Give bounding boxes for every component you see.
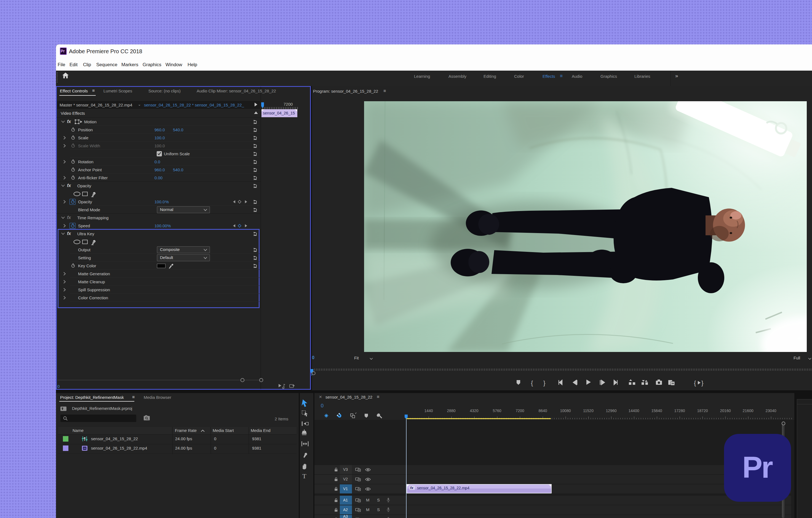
svg-text:4320: 4320 <box>470 408 478 413</box>
svg-text:12960: 12960 <box>606 408 617 413</box>
svg-text:7200: 7200 <box>516 408 524 413</box>
svg-text:20160: 20160 <box>720 408 731 413</box>
svg-text:1440: 1440 <box>424 408 433 413</box>
svg-text:11520: 11520 <box>583 408 593 413</box>
svg-text:2880: 2880 <box>447 408 455 413</box>
svg-text:10080: 10080 <box>560 408 571 413</box>
svg-text:23040: 23040 <box>766 408 776 413</box>
svg-text:14400: 14400 <box>629 408 639 413</box>
svg-text:18720: 18720 <box>697 408 708 413</box>
svg-text:5760: 5760 <box>493 408 501 413</box>
svg-text:17280: 17280 <box>674 408 685 413</box>
svg-text:21600: 21600 <box>743 408 754 413</box>
svg-text:15840: 15840 <box>651 408 662 413</box>
svg-text:8640: 8640 <box>539 408 547 413</box>
